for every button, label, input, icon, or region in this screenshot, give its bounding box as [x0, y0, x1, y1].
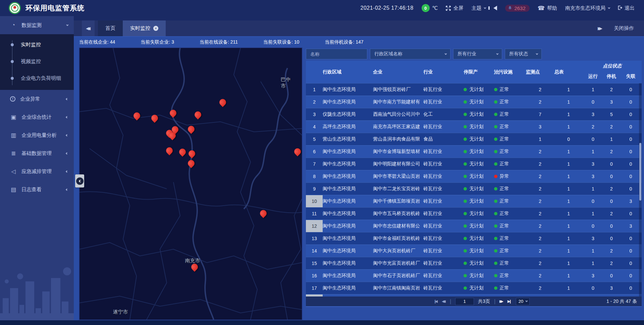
cell-stop-status: 无计划	[464, 232, 494, 245]
next-page-button[interactable]: ▶▶	[499, 299, 503, 304]
tabs-scroll-right-button[interactable]: ▶▶	[598, 26, 602, 31]
col-facility: 治污设施	[494, 61, 526, 83]
table-row[interactable]: 11阆中生态环境局阆中市五马桥页岩机砖砖瓦行业无计划正常21120	[306, 207, 642, 220]
region-select[interactable]: 行政区域名称	[370, 49, 450, 59]
table-row[interactable]: 15阆中生态环境局阆中市光富页岩机砖厂砖瓦行业无计划正常21120	[306, 257, 642, 269]
fullscreen-button[interactable]: 全屏	[446, 5, 463, 11]
cell-down: 0	[603, 270, 620, 282]
table-row[interactable]: 7阆中生态环境局阆中明阳建材有限公司砖瓦行业无计划正常21300	[306, 158, 642, 170]
temperature-badge: 0	[422, 4, 430, 12]
sidebar-item-3[interactable]: ▣企业综合统计	[0, 108, 74, 126]
chevron-left-icon	[66, 170, 68, 172]
table-row[interactable]: 12阆中生态环境局阆中市忠信建材有限公砖瓦行业无计划正常21003	[306, 220, 642, 232]
sidebar-item-6[interactable]: ◁应急减排管理	[0, 162, 74, 180]
table-row[interactable]: 1阆中生态环境局阆中强锐页岩砖厂砖瓦行业无计划正常21120	[306, 83, 642, 96]
status-dot-green-icon	[494, 249, 497, 253]
col-stop: 停限产	[464, 61, 494, 83]
first-page-button[interactable]: ❙◀	[433, 299, 438, 304]
sidebar-subitem-label: 实时监控	[21, 42, 41, 48]
emergency-icon: ◁	[10, 168, 17, 175]
tabs-scroll-left-button[interactable]: ◀◀	[82, 20, 95, 36]
sidebar-item-7[interactable]: ▤日志查看	[0, 180, 74, 199]
table-row[interactable]: 2阆中生态环境局阆中市南方节能建材有砖瓦行业无计划正常21030	[306, 96, 642, 108]
notification-count: 2632	[514, 5, 525, 11]
sidebar-subitem[interactable]: 企业电力负荷明细	[0, 70, 74, 87]
last-page-button[interactable]: ▶❙	[507, 299, 512, 304]
table-row[interactable]: 4高坪生态环境局南充市高坪区王家店建砖瓦行业无计划正常31220	[306, 120, 642, 133]
cell-facility-status: 正常	[494, 121, 526, 133]
help-button[interactable]: ☎ 帮助	[538, 5, 557, 12]
sidebar-item-5[interactable]: ≣基础数据管理	[0, 144, 74, 162]
table-row[interactable]: 8阆中生态环境局阆中市枣碧大梁山页岩砖瓦行业无计划异常21300	[306, 170, 642, 182]
notification-badge[interactable]: 2632	[505, 5, 529, 12]
cell-company: 阆中市枣碧大梁山页岩	[373, 170, 423, 182]
cell-industry: 砖瓦行业	[423, 270, 464, 282]
table-row[interactable]: 16阆中生态环境局阆中市石子页岩机砖厂砖瓦行业无计划正常21300	[306, 269, 642, 282]
scrollbar-thumb[interactable]	[639, 143, 641, 201]
map-collapse-button[interactable]	[75, 174, 84, 187]
table-row[interactable]: 5营山生态环境局营山县润丰肉食品有限食品无计划正常10010	[306, 133, 642, 145]
table-row[interactable]: 13阆中生态环境局阆中市金福旺页岩机砖砖瓦行业无计划正常21300	[306, 232, 642, 245]
sidebar-item-label: 企业用电量分析	[21, 132, 61, 139]
cell-points: 2	[526, 96, 554, 108]
tab-close-icon[interactable]: ✕	[153, 26, 158, 31]
row-number: 3	[306, 108, 323, 120]
sidebar-item-1[interactable]: ◔数据监测	[0, 16, 74, 34]
table-scrollbar[interactable]	[639, 83, 642, 296]
facility-status-label: 异常	[500, 173, 509, 179]
table-row[interactable]: 14阆中生态环境局阆中大兴页岩机砖厂砖瓦行业无计划正常21120	[306, 245, 642, 257]
map-panel[interactable]: 巴中市南充市遂宁市	[79, 47, 303, 320]
sidebar-item-4[interactable]: ▥企业用电量分析	[0, 126, 74, 144]
cell-stop-status: 无计划	[464, 170, 494, 182]
cell-run: 1	[583, 183, 603, 195]
cell-region: 阆中生态环境局	[323, 232, 373, 245]
record-range-label: 1 - 20 共 47 条	[606, 299, 642, 305]
table-row[interactable]: 17阆中生态环境局阆中市江南镇阆南页岩砖瓦行业无计划正常21030	[306, 282, 642, 294]
stop-status-label: 无计划	[469, 186, 483, 192]
facility-status-label: 正常	[500, 124, 509, 130]
page-size-select[interactable]: 20	[516, 298, 530, 305]
status-dot-green-icon	[494, 224, 497, 228]
map-city-label: 南充市	[185, 258, 200, 264]
tab-realtime-monitoring[interactable]: 实时监控 ✕	[123, 20, 166, 36]
fullscreen-icon	[446, 6, 451, 11]
cell-meters: 1	[554, 220, 583, 232]
theme-dropdown[interactable]: 主题	[471, 5, 485, 11]
facility-status-label: 正常	[500, 260, 509, 266]
cell-region: 高坪生态环境局	[323, 121, 373, 133]
page-number-input[interactable]	[455, 298, 474, 305]
sidebar-subitem[interactable]: 视频监控	[0, 53, 74, 70]
name-search-input[interactable]	[306, 49, 367, 59]
cell-meters: 1	[554, 208, 583, 220]
cell-run: 1	[583, 84, 603, 96]
logout-button[interactable]: 退出	[618, 5, 635, 11]
mute-button[interactable]	[493, 6, 497, 10]
table-row[interactable]: 10阆中生态环境局阆中千佛镇五郎垭页岩砖瓦行业无计划正常21003	[306, 195, 642, 207]
bureau-dropdown[interactable]: 南充市生态环境局	[565, 5, 609, 11]
prev-page-button[interactable]: ◀◀	[442, 299, 446, 304]
stat-item: 当前在线企业: 44	[79, 39, 115, 45]
chevron-down-icon	[66, 23, 68, 26]
tab-home[interactable]: 首页	[98, 20, 123, 36]
cell-lost: 0	[620, 282, 642, 294]
close-operations-button[interactable]: 关闭操作	[614, 25, 634, 32]
filter-bar: 行政区域名称 所有行业 所有状态	[306, 47, 642, 61]
facility-status-label: 正常	[500, 211, 509, 217]
cell-meters: 1	[554, 170, 583, 182]
status-select[interactable]: 所有状态	[505, 49, 542, 59]
map-city-label: 遂宁市	[113, 309, 128, 315]
table-row[interactable]: 18南部生态环境局南部县砌华水泥有限公建材行业无计划正常62060	[306, 294, 642, 296]
table-row[interactable]: 9阆中生态环境局阆中市二龙长宝页岩砖砖瓦行业无计划正常21120	[306, 182, 642, 195]
status-dot-green-icon	[494, 138, 497, 141]
table-row[interactable]: 3仪陇生态环境局西南油气田分公司川中化工无计划正常71350	[306, 108, 642, 120]
sidebar-subitem[interactable]: 实时监控	[0, 36, 74, 53]
table-row[interactable]: 6阆中生态环境局阆中市金博瑞新型墙材砖瓦行业无计划正常21120	[306, 145, 642, 158]
sidebar-item-2[interactable]: !企业异常	[0, 90, 74, 108]
cell-stop-status: 无计划	[464, 282, 494, 294]
sidebar-item-label: 数据监测	[21, 22, 61, 29]
cell-region: 阆中生态环境局	[323, 245, 373, 257]
status-dot-red-icon	[494, 175, 497, 178]
cell-industry: 砖瓦行业	[423, 208, 464, 220]
industry-select[interactable]: 所有行业	[453, 49, 502, 59]
row-number: 14	[306, 245, 323, 257]
